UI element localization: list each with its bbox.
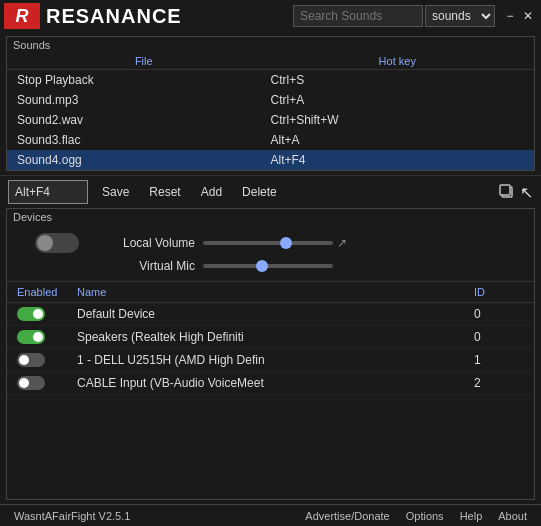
list-item[interactable]: Default Device 0 (7, 303, 534, 326)
sounds-section: Sounds File Hot key Stop PlaybackCtrl+SS… (6, 36, 535, 171)
col-id-header: ID (474, 286, 524, 298)
device-name-1: Speakers (Realtek High Definiti (77, 330, 474, 344)
local-volume-slider-container: ↗ (203, 236, 524, 250)
table-row[interactable]: Sound3.flacAlt+A (7, 130, 534, 150)
local-volume-label: Local Volume (105, 236, 195, 250)
help-link[interactable]: Help (452, 510, 491, 522)
virtual-mic-label: Virtual Mic (105, 259, 195, 273)
sound-rows-container: Stop PlaybackCtrl+SSound.mp3Ctrl+ASound2… (7, 70, 534, 170)
local-volume-toggle[interactable] (35, 233, 79, 253)
minimize-button[interactable]: − (501, 7, 519, 25)
copy-to-clipboard-button[interactable] (498, 183, 516, 201)
sound-file: Stop Playback (17, 73, 271, 87)
close-button[interactable]: ✕ (519, 7, 537, 25)
table-row[interactable]: Sound2.wavCtrl+Shift+W (7, 110, 534, 130)
sound-file: Sound4.ogg (17, 153, 271, 167)
sound-hotkey: Alt+F4 (271, 153, 525, 167)
version-label: WasntAFairFight V2.5.1 (6, 510, 297, 522)
device-id-1: 0 (474, 330, 524, 344)
col-file-header: File (17, 55, 271, 67)
virtual-mic-slider-container (203, 264, 524, 268)
device-name-2: 1 - DELL U2515H (AMD High Defin (77, 353, 474, 367)
col-name-header: Name (77, 286, 474, 298)
sound-hotkey: Alt+A (271, 133, 525, 147)
devices-section: Devices Local Volume ↗ (6, 208, 535, 500)
advertise-link[interactable]: Advertise/Donate (297, 510, 397, 522)
sound-hotkey: Ctrl+A (271, 93, 525, 107)
logo-text: RESANANCE (46, 5, 293, 28)
action-bar: Save Reset Add Delete ↖ (0, 175, 541, 208)
about-link[interactable]: About (490, 510, 535, 522)
logo-box: R (4, 3, 40, 29)
table-row[interactable]: Sound.mp3Ctrl+A (7, 90, 534, 110)
sound-hotkey: Ctrl+Shift+W (271, 113, 525, 127)
titlebar-controls: − ✕ (501, 7, 537, 25)
add-button[interactable]: Add (195, 183, 228, 201)
device-rows-container: Default Device 0 Speakers (Realtek High … (7, 303, 534, 395)
svg-rect-1 (500, 185, 510, 195)
sound-file: Sound3.flac (17, 133, 271, 147)
device-toggle-0[interactable] (17, 307, 45, 321)
device-id-3: 2 (474, 376, 524, 390)
sound-file: Sound2.wav (17, 113, 271, 127)
titlebar: R RESANANCE soundshotkeys − ✕ (0, 0, 541, 32)
toggle-placeholder (17, 233, 97, 253)
copy-icon-area: ↖ (498, 183, 533, 202)
cursor-icon: ↖ (520, 183, 533, 202)
resize-icon: ↗ (337, 236, 347, 250)
search-input[interactable] (293, 5, 423, 27)
volume-controls: Local Volume ↗ Virtual Mic (7, 225, 534, 282)
logo-r-letter: R (16, 6, 29, 27)
table-row[interactable]: Sound4.oggAlt+F4 (7, 150, 534, 170)
devices-inner: Local Volume ↗ Virtual Mic Enabled (7, 225, 534, 499)
sounds-section-label: Sounds (7, 37, 534, 53)
device-name-0: Default Device (77, 307, 474, 321)
options-link[interactable]: Options (398, 510, 452, 522)
titlebar-search: soundshotkeys (293, 5, 495, 27)
list-item[interactable]: Speakers (Realtek High Definiti 0 (7, 326, 534, 349)
main-content: Sounds File Hot key Stop PlaybackCtrl+SS… (0, 32, 541, 504)
reset-button[interactable]: Reset (143, 183, 186, 201)
virtual-mic-row: Virtual Mic (17, 259, 524, 273)
device-toggle-2[interactable] (17, 353, 45, 367)
device-id-0: 0 (474, 307, 524, 321)
local-volume-slider[interactable] (203, 241, 333, 245)
local-volume-row: Local Volume ↗ (17, 233, 524, 253)
devices-section-label: Devices (7, 209, 534, 225)
list-item[interactable]: CABLE Input (VB-Audio VoiceMeet 2 (7, 372, 534, 395)
delete-button[interactable]: Delete (236, 183, 283, 201)
col-hotkey-header: Hot key (271, 55, 525, 67)
device-id-2: 1 (474, 353, 524, 367)
sound-file: Sound.mp3 (17, 93, 271, 107)
device-toggle-1[interactable] (17, 330, 45, 344)
virtual-mic-slider[interactable] (203, 264, 333, 268)
list-item[interactable]: 1 - DELL U2515H (AMD High Defin 1 (7, 349, 534, 372)
device-name-3: CABLE Input (VB-Audio VoiceMeet (77, 376, 474, 390)
col-enabled-header: Enabled (17, 286, 77, 298)
device-toggle-3[interactable] (17, 376, 45, 390)
devices-table-header: Enabled Name ID (7, 282, 534, 303)
sounds-header: File Hot key (7, 53, 534, 70)
table-row[interactable]: Stop PlaybackCtrl+S (7, 70, 534, 90)
search-dropdown[interactable]: soundshotkeys (425, 5, 495, 27)
save-button[interactable]: Save (96, 183, 135, 201)
hotkey-input[interactable] (8, 180, 88, 204)
statusbar: WasntAFairFight V2.5.1 Advertise/Donate … (0, 504, 541, 526)
sound-hotkey: Ctrl+S (271, 73, 525, 87)
